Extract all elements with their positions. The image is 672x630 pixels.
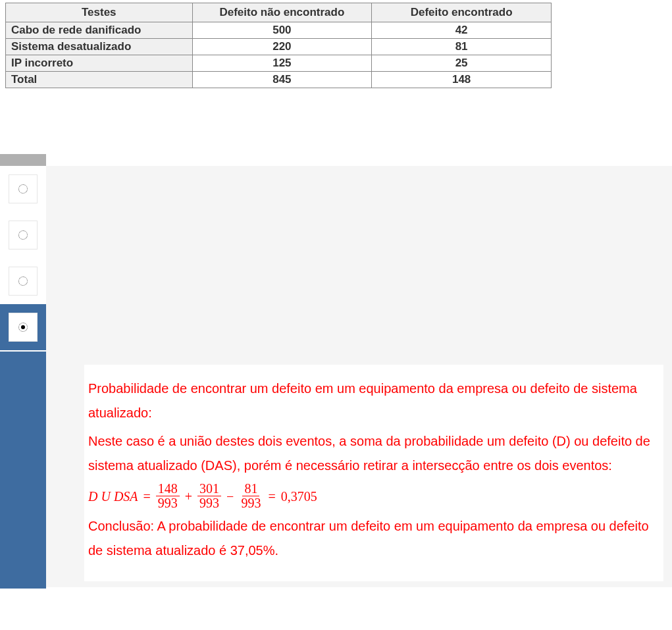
cell-nf: 125 [192, 55, 372, 72]
radio-option-2[interactable] [0, 212, 46, 258]
row-label: Sistema desatualizado [6, 39, 193, 55]
col-header-encontrado: Defeito encontrado [372, 3, 552, 22]
radio-option-1[interactable] [0, 166, 46, 212]
cell-nf: 220 [192, 39, 372, 55]
answer-stage: Probabilidade de encontrar um defeito em… [0, 154, 672, 615]
radio-icon [18, 230, 28, 240]
cell-nf: 500 [192, 22, 372, 39]
fraction-1: 148 993 [156, 482, 180, 510]
table-row-total: Total 845 148 [6, 72, 552, 88]
answer-formula: D U DSA = 148 993 + 301 993 − 81 993 = 0… [88, 482, 659, 510]
frac2-den: 993 [197, 496, 221, 510]
radio-icon [18, 276, 28, 286]
radio-icon [18, 184, 28, 194]
table-row: Cabo de rede danificado 500 42 [6, 22, 552, 39]
radio-frame [9, 267, 38, 296]
minus-sign: − [226, 490, 234, 503]
radio-frame [9, 221, 38, 249]
frac3-den: 993 [239, 496, 263, 510]
row-label: Cabo de rede danificado [6, 22, 193, 39]
radio-option-4-selected[interactable] [0, 304, 46, 350]
answer-paragraph-2: Neste caso é a união destes dois eventos… [88, 429, 659, 478]
answer-card: Probabilidade de encontrar um defeito em… [84, 365, 663, 581]
frac1-den: 993 [156, 496, 180, 510]
plus-sign: + [185, 490, 192, 503]
radio-frame [9, 313, 38, 342]
radio-icon-checked [18, 323, 28, 332]
answer-paragraph-1: Probabilidade de encontrar um defeito em… [88, 377, 659, 425]
radio-option-3[interactable] [0, 258, 46, 304]
radio-frame [9, 174, 38, 203]
fraction-3: 81 993 [239, 482, 263, 510]
table-row: IP incorreto 125 25 [6, 55, 552, 72]
formula-result: 0,3705 [281, 490, 317, 503]
table-row: Sistema desatualizado 220 81 [6, 39, 552, 55]
cell-f: 25 [372, 55, 552, 72]
fraction-2: 301 993 [197, 482, 221, 510]
cell-f: 42 [372, 22, 552, 39]
row-label: Total [6, 72, 193, 88]
table-header-row: Testes Defeito não encontrado Defeito en… [6, 3, 552, 22]
col-header-nao-encontrado: Defeito não encontrado [192, 3, 372, 22]
equals-sign-2: = [268, 490, 275, 503]
cell-nf: 845 [192, 72, 372, 88]
answer-paragraph-3: Conclusão: A probabilidade de encontrar … [88, 514, 659, 563]
formula-lhs: D U DSA [88, 490, 138, 503]
data-table-container: Testes Defeito não encontrado Defeito en… [0, 0, 672, 88]
tests-table: Testes Defeito não encontrado Defeito en… [5, 3, 552, 88]
row-label: IP incorreto [6, 55, 193, 72]
col-header-testes: Testes [6, 3, 193, 22]
frac1-num: 148 [156, 482, 180, 496]
frac3-num: 81 [242, 482, 259, 496]
cell-f: 81 [372, 39, 552, 55]
sidebar-selection-fill [0, 352, 46, 589]
cell-f: 148 [372, 72, 552, 88]
frac2-num: 301 [197, 482, 221, 496]
equals-sign: = [143, 490, 151, 503]
tab-stub [0, 154, 46, 166]
